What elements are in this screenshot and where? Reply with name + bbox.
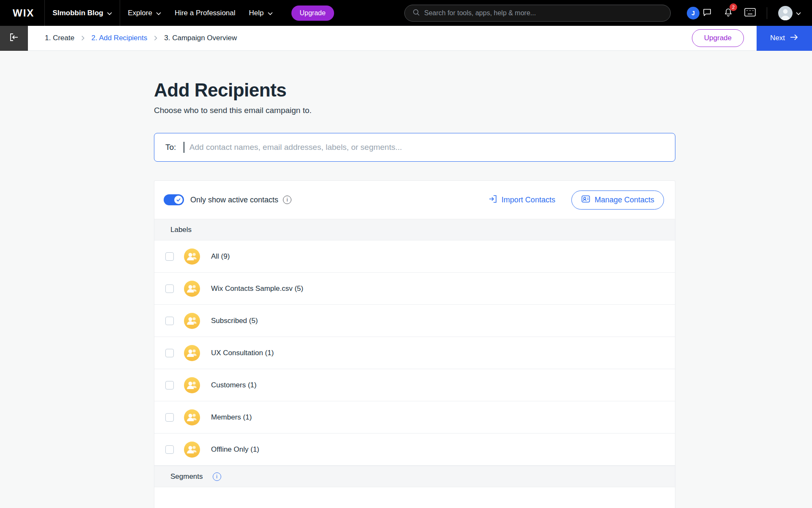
step-campaign-overview[interactable]: 3. Campaign Overview xyxy=(164,34,237,42)
exit-button[interactable] xyxy=(0,26,28,51)
group-avatar-icon xyxy=(184,313,200,329)
chat-icon xyxy=(702,7,712,19)
label-row[interactable]: Customers (1) xyxy=(154,369,675,401)
chevron-right-icon xyxy=(81,36,85,41)
keyboard-icon xyxy=(744,8,756,18)
contacts-toolbar: Only show active contacts Import Contact… xyxy=(154,181,675,219)
divider xyxy=(767,7,767,19)
row-checkbox[interactable] xyxy=(165,252,174,261)
topbar-search[interactable] xyxy=(404,5,671,22)
label-row[interactable]: UX Consultation (1) xyxy=(154,337,675,369)
contacts-card: Only show active contacts Import Contact… xyxy=(154,180,675,508)
next-button[interactable]: Next xyxy=(757,26,812,51)
chevron-down-icon xyxy=(268,9,273,17)
topbar-icons: J 2 xyxy=(687,6,812,20)
info-icon[interactable] xyxy=(213,472,221,481)
segments-section-header: Segments xyxy=(154,466,675,487)
search-icon xyxy=(412,8,420,18)
row-checkbox[interactable] xyxy=(165,284,174,293)
chat-button[interactable]: J xyxy=(687,7,712,19)
page-subtitle: Choose who to send this email campaign t… xyxy=(154,106,675,115)
recipients-input[interactable] xyxy=(189,143,664,152)
label-row[interactable]: All (9) xyxy=(154,240,675,273)
campaign-stepbar: 1. Create 2. Add Recipients 3. Campaign … xyxy=(0,26,812,51)
page-title: Add Recipients xyxy=(154,80,675,101)
label-row[interactable]: Subscribed (5) xyxy=(154,305,675,337)
user-initial-avatar: J xyxy=(687,7,700,19)
row-checkbox[interactable] xyxy=(165,317,174,325)
chevron-right-icon xyxy=(154,36,157,41)
group-avatar-icon xyxy=(184,281,200,297)
main-content: Add Recipients Choose who to send this e… xyxy=(154,51,675,508)
toggle-knob xyxy=(174,196,183,204)
row-checkbox[interactable] xyxy=(165,413,174,422)
toggle-label: Only show active contacts xyxy=(190,196,278,204)
notifications-button[interactable]: 2 xyxy=(723,7,733,19)
quick-actions-button[interactable] xyxy=(744,8,756,18)
labels-section-header: Labels xyxy=(154,219,675,240)
nav-hire-a-professional[interactable]: Hire a Professional xyxy=(169,0,241,26)
label-row[interactable]: Wix Contacts Sample.csv (5) xyxy=(154,273,675,305)
chevron-down-icon xyxy=(156,9,161,17)
nav-help[interactable]: Help xyxy=(241,0,280,26)
to-label: To: xyxy=(165,143,176,152)
site-name: SImobbin Blog xyxy=(52,9,103,17)
label-row[interactable]: Members (1) xyxy=(154,401,675,433)
account-menu[interactable] xyxy=(778,6,801,20)
contacts-actions: Import Contacts Manage Contacts xyxy=(488,190,664,210)
step-create[interactable]: 1. Create xyxy=(45,34,74,42)
stepbar-actions: Upgrade Next xyxy=(692,26,812,51)
breadcrumb: 1. Create 2. Add Recipients 3. Campaign … xyxy=(45,34,237,42)
toggle-group: Only show active contacts xyxy=(164,194,291,205)
site-menu[interactable]: SImobbin Blog xyxy=(45,0,120,26)
text-caret xyxy=(184,142,184,153)
search-input[interactable] xyxy=(424,9,663,17)
row-checkbox[interactable] xyxy=(165,381,174,389)
contact-card-icon xyxy=(581,194,590,206)
topbar: WIX SImobbin Blog Explore Hire a Profess… xyxy=(0,0,812,26)
group-avatar-icon xyxy=(184,248,200,265)
arrow-right-icon xyxy=(790,34,798,42)
manage-contacts-button[interactable]: Manage Contacts xyxy=(571,190,664,210)
notification-badge: 2 xyxy=(730,3,737,11)
topbar-upgrade-button[interactable]: Upgrade xyxy=(291,6,334,21)
import-icon xyxy=(488,194,497,206)
info-icon[interactable] xyxy=(283,196,291,204)
row-checkbox[interactable] xyxy=(165,445,174,454)
segments-list-placeholder xyxy=(154,487,675,508)
wix-logo[interactable]: WIX xyxy=(13,7,34,19)
exit-icon xyxy=(9,32,19,44)
nav-explore[interactable]: Explore xyxy=(120,0,169,26)
group-avatar-icon xyxy=(184,409,200,425)
group-avatar-icon xyxy=(184,345,200,361)
row-checkbox[interactable] xyxy=(165,349,174,357)
group-avatar-icon xyxy=(184,377,200,393)
recipients-to-field[interactable]: To: xyxy=(154,133,675,162)
active-contacts-toggle[interactable] xyxy=(164,194,184,205)
chevron-down-icon xyxy=(107,9,112,17)
stepbar-upgrade-button[interactable]: Upgrade xyxy=(692,29,744,47)
import-contacts-link[interactable]: Import Contacts xyxy=(488,194,555,206)
step-add-recipients[interactable]: 2. Add Recipients xyxy=(91,34,147,42)
account-avatar xyxy=(778,6,793,20)
label-row[interactable]: Offline Only (1) xyxy=(154,433,675,466)
chevron-down-icon xyxy=(796,9,801,17)
group-avatar-icon xyxy=(184,442,200,458)
